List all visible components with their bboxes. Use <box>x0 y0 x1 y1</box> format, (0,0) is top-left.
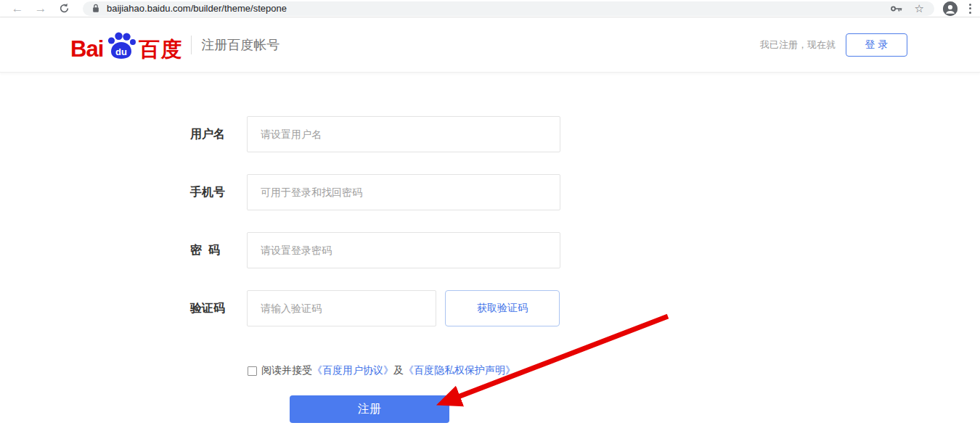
browser-menu-icon[interactable] <box>968 2 973 15</box>
page: ← → baijiahao.baidu.com/builder/theme/st… <box>0 0 980 444</box>
login-prompt: 我已注册，现在就 <box>760 38 836 52</box>
get-captcha-button[interactable]: 获取验证码 <box>445 290 560 326</box>
captcha-label: 验证码 <box>190 301 226 316</box>
profile-avatar-icon[interactable] <box>943 1 957 16</box>
browser-toolbar: ← → baijiahao.baidu.com/builder/theme/st… <box>0 0 980 17</box>
site-header: Bai du 百度 注册百度帐号 我已注册，现在就 登 录 <box>0 17 980 73</box>
baidu-logo[interactable]: Bai du 百度 <box>70 30 182 60</box>
logo-text-baidu-cn: 百度 <box>139 39 182 60</box>
agreement-row: 阅读并接受 《百度用户协议》 及 《百度隐私权保护声明》 <box>248 364 980 377</box>
captcha-input[interactable] <box>247 290 436 326</box>
form-row-username: 用户名 <box>190 116 980 152</box>
forward-icon[interactable]: → <box>34 2 47 15</box>
logo-text-bai: Bai <box>70 38 103 60</box>
username-input[interactable] <box>247 116 560 152</box>
agreement-checkbox[interactable] <box>248 366 257 376</box>
form-row-captcha: 验证码 获取验证码 <box>190 290 980 326</box>
key-icon[interactable] <box>891 4 903 13</box>
refresh-icon[interactable] <box>57 2 70 15</box>
password-label: 密 码 <box>190 243 226 258</box>
register-button[interactable]: 注册 <box>290 395 449 423</box>
lock-icon <box>91 4 100 13</box>
address-bar[interactable]: baijiahao.baidu.com/builder/theme/stepon… <box>83 1 934 16</box>
bookmark-star-icon[interactable]: ☆ <box>915 3 924 14</box>
form-row-password: 密 码 <box>190 232 980 268</box>
phone-input[interactable] <box>247 174 560 210</box>
agreement-prefix: 阅读并接受 <box>261 364 312 377</box>
url-text: baijiahao.baidu.com/builder/theme/stepon… <box>107 3 891 14</box>
form-row-phone: 手机号 <box>190 174 980 210</box>
agreement-middle: 及 <box>393 364 404 377</box>
privacy-policy-link[interactable]: 《百度隐私权保护声明》 <box>404 364 515 377</box>
header-divider <box>191 36 192 54</box>
password-input[interactable] <box>247 232 560 268</box>
page-title: 注册百度帐号 <box>201 36 279 54</box>
logo-text-du: du <box>115 46 127 57</box>
user-agreement-link[interactable]: 《百度用户协议》 <box>312 364 393 377</box>
phone-label: 手机号 <box>190 185 226 200</box>
username-label: 用户名 <box>190 127 226 142</box>
baidu-paw-icon: du <box>105 32 138 62</box>
back-icon[interactable]: ← <box>11 2 24 15</box>
login-button[interactable]: 登 录 <box>846 33 907 57</box>
registration-form: 用户名 手机号 密 码 验证码 获取验证码 阅读并接受 《百度用户协议》 及 《… <box>0 73 980 423</box>
